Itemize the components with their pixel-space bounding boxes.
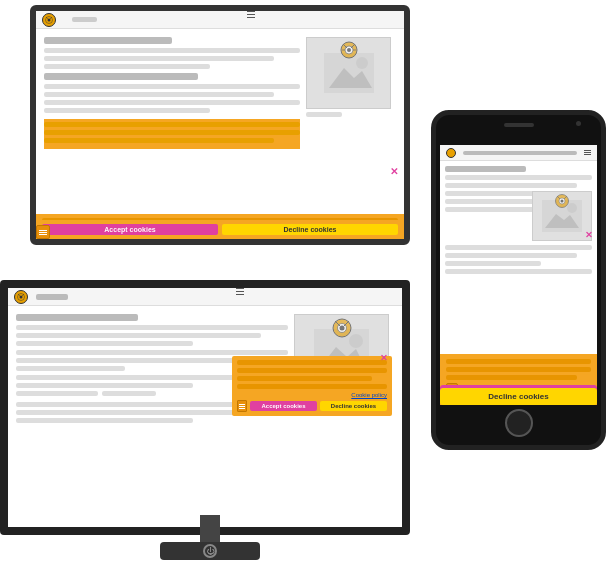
phone-bug-on-image — [555, 194, 569, 212]
desktop-stand-neck — [200, 515, 220, 545]
desktop-bug-on-image — [332, 318, 352, 342]
desktop-cookie-policy-link[interactable]: Cookie policy — [237, 392, 387, 398]
large-main-content — [36, 29, 404, 149]
desktop-monitor-screen: ✕ Cookie policy Accept — [0, 280, 410, 535]
content-line-3 — [44, 64, 210, 69]
desktop-settings-icon[interactable] — [237, 400, 247, 412]
svg-point-23 — [339, 326, 344, 331]
desktop-content-line-10 — [16, 410, 261, 415]
decline-cookies-button-large[interactable]: Decline cookies — [222, 224, 398, 235]
phone-line-1 — [445, 175, 592, 180]
desktop-content-line-4 — [16, 350, 288, 355]
desktop-hamburger[interactable] — [84, 288, 396, 306]
phone-line-7 — [445, 253, 577, 258]
svg-point-9 — [347, 48, 351, 52]
large-content-right — [306, 37, 396, 149]
phone-home-button[interactable] — [505, 409, 533, 437]
phone-line-2 — [445, 183, 577, 188]
logo-circle — [42, 13, 56, 27]
phone-cookie-line-1 — [446, 359, 591, 364]
desktop-heading-1 — [16, 314, 138, 321]
desktop-settings-line-2 — [239, 406, 245, 407]
large-cookie-bar: Cookie policy Accept cookies Decline coo… — [36, 231, 404, 239]
desktop-content-line-5 — [16, 358, 261, 363]
desktop-power-button[interactable]: ⏻ — [203, 544, 217, 558]
desktop-logo-circle — [14, 290, 28, 304]
cookie-line-2 — [44, 130, 300, 135]
overlay-line-3 — [237, 376, 372, 381]
desktop-content-line-11 — [16, 418, 193, 423]
desktop-overlay-btn-row: Accept cookies Decline cookies — [237, 400, 387, 412]
desktop-settings-line-3 — [239, 408, 245, 409]
overlay-line-1 — [237, 360, 387, 365]
desktop-content-line-3 — [16, 341, 193, 346]
desktop-hamburger-line-1 — [236, 288, 244, 290]
desktop-col-line-2 — [102, 391, 156, 396]
logo-bug-icon — [45, 16, 53, 24]
heading-1 — [44, 37, 172, 44]
image-placeholder-large — [306, 37, 391, 109]
phone-topbar — [440, 145, 597, 161]
phone-hamburger-line-1 — [584, 150, 591, 151]
phone-heading-1 — [445, 166, 526, 172]
cookie-line-3 — [44, 138, 274, 143]
desktop-col-line-1 — [16, 391, 98, 396]
desktop-accept-button[interactable]: Accept cookies — [250, 401, 317, 411]
phone-speaker — [504, 123, 534, 127]
content-line-5 — [44, 92, 274, 97]
phone-screen-content: ✕ Cookie policy Accept cookies — [440, 145, 597, 405]
accept-cookies-button-large[interactable]: Accept cookies — [42, 224, 218, 235]
phone-cookie-bar: Cookie policy Accept cookies Decline coo… — [440, 354, 597, 405]
phone-line-6 — [445, 245, 592, 250]
img-caption-line — [306, 112, 342, 117]
phone-decline-cookies-button[interactable]: Decline cookies — [440, 388, 597, 405]
desktop-cookie-close[interactable]: ✕ — [380, 353, 388, 363]
hamburger-line-3 — [247, 17, 255, 19]
desktop-overlay-lines — [237, 360, 387, 389]
phone-line-4 — [445, 199, 541, 204]
cookie-line-1 — [44, 122, 300, 127]
large-content-left — [44, 37, 300, 149]
content-line-6 — [44, 100, 300, 105]
desktop-content-line-2 — [16, 333, 261, 338]
desktop-search-bar[interactable] — [36, 294, 68, 300]
content-line-1 — [44, 48, 300, 53]
desktop-topbar — [8, 288, 402, 306]
large-screen-content: ✕ Cookie policy Accept cookies Decline c… — [36, 11, 404, 239]
svg-point-31 — [561, 200, 564, 203]
desktop-cookie-overlay: ✕ Cookie policy Accept — [232, 356, 392, 416]
phone-cookie-text — [446, 359, 591, 380]
cookie-settings-icon[interactable] — [36, 225, 50, 239]
bug-on-image — [340, 41, 358, 63]
hamburger-menu[interactable] — [105, 11, 398, 29]
hamburger-line-2 — [247, 14, 255, 16]
phone-main-content — [440, 161, 597, 274]
phone-nav-bar — [463, 151, 577, 155]
phone-logo — [446, 148, 456, 158]
phone-hamburger-line-2 — [584, 152, 591, 153]
cookie-text-area — [44, 119, 300, 149]
phone-line-8 — [445, 261, 541, 266]
phone-hamburger[interactable] — [584, 150, 591, 155]
phone-cookie-close[interactable]: ✕ — [585, 230, 593, 240]
cookie-close-button[interactable]: ✕ — [390, 166, 398, 177]
content-line-2 — [44, 56, 274, 61]
content-line-7 — [44, 108, 210, 113]
cookie-btn-row: Accept cookies Decline cookies — [36, 220, 404, 239]
hamburger-line-1 — [247, 11, 255, 13]
desktop-decline-button[interactable]: Decline cookies — [320, 401, 387, 411]
phone-bug-icon-overlay — [555, 194, 569, 208]
large-topbar — [36, 11, 404, 29]
mobile-phone: ✕ Cookie policy Accept cookies — [431, 110, 606, 450]
desktop-content-line-1 — [16, 325, 288, 330]
phone-line-9 — [445, 269, 592, 274]
desktop-bug-icon-overlay — [332, 318, 352, 338]
desktop-logo-bug-icon — [17, 293, 25, 301]
desktop-monitor: ✕ Cookie policy Accept — [0, 280, 420, 560]
phone-hamburger-line-3 — [584, 154, 591, 155]
desktop-main-content: ✕ Cookie policy Accept — [8, 306, 402, 426]
desktop-stand-base: ⏻ — [160, 542, 260, 560]
phone-screen: ✕ Cookie policy Accept cookies — [440, 145, 597, 405]
phone-image-placeholder — [532, 191, 592, 241]
desktop-content-line-8 — [16, 383, 193, 388]
